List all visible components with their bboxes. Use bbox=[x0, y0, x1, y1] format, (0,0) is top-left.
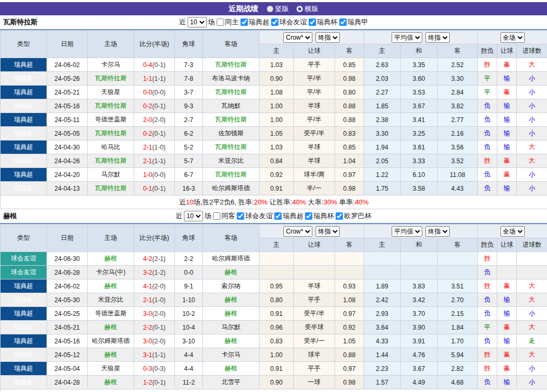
corner-score: 10-2 bbox=[175, 307, 203, 321]
match-date: 24-04-20 bbox=[47, 168, 88, 182]
checkbox-icon[interactable] bbox=[237, 212, 244, 220]
halftime-score: (0-0) bbox=[152, 171, 165, 179]
checkbox-label: 同客 bbox=[221, 211, 235, 221]
euro-stage-select[interactable]: 终指 bbox=[425, 32, 450, 43]
checkbox-icon[interactable] bbox=[217, 18, 224, 26]
match-score: 3-0(2-0) bbox=[134, 307, 175, 321]
sub-column-header: 让球 bbox=[294, 44, 335, 58]
ah-away-odds: 0.98 bbox=[335, 72, 364, 86]
checkbox-label: 欧罗巴杯 bbox=[344, 211, 372, 221]
match-date: 24-04-30 bbox=[47, 141, 88, 154]
same-venue-checkbox[interactable]: 同主 bbox=[217, 17, 239, 27]
ah-line: 受半/一 bbox=[294, 334, 335, 348]
ah-line: 球半/两 bbox=[294, 168, 335, 182]
table-header-row: 类型日期主场比分(半场)角球客场Crow*终指平均值终指全场 bbox=[1, 31, 547, 44]
ah-line: 平手 bbox=[294, 293, 335, 307]
ah-line: 一球 bbox=[294, 376, 335, 389]
ah-home-odds: 1.00 bbox=[259, 348, 294, 362]
checkbox-icon[interactable] bbox=[309, 18, 316, 26]
result-handicap bbox=[497, 266, 517, 279]
league-type-badge: 瑞典超 bbox=[1, 141, 47, 154]
corner-score: 3-10 bbox=[175, 334, 203, 348]
checkbox-icon[interactable] bbox=[336, 212, 343, 220]
bookmaker-select[interactable]: Crow* bbox=[283, 226, 312, 237]
ah-line: 平/半 bbox=[294, 86, 335, 99]
home-team: 瓦斯特拉斯 bbox=[88, 154, 134, 168]
checkbox-icon[interactable] bbox=[339, 18, 347, 26]
checkbox-icon[interactable] bbox=[271, 18, 279, 26]
match-date: 24-05-12 bbox=[47, 348, 88, 362]
league-type-badge: 球会友谊 bbox=[1, 266, 47, 279]
corner-score: 4-4 bbox=[175, 348, 203, 362]
home-team: 赫根 bbox=[88, 348, 134, 362]
ah-line bbox=[294, 266, 335, 279]
eu-home-odds bbox=[364, 252, 401, 266]
match-score: 4-2(2-1) bbox=[134, 252, 175, 266]
column-header: 比分(半场) bbox=[134, 31, 175, 58]
bookmaker-select[interactable]: Crow* bbox=[283, 32, 312, 43]
halftime-score: (1-0) bbox=[152, 144, 165, 151]
euro-stage-select[interactable]: 终指 bbox=[425, 226, 450, 237]
match-count-select[interactable]: 10 bbox=[188, 17, 207, 27]
result-outcome: 负 bbox=[478, 334, 497, 348]
asian-stage-select[interactable]: 终指 bbox=[316, 32, 340, 43]
corner-score: 9-3 bbox=[175, 99, 203, 113]
league-type-badge: 瑞典超 bbox=[1, 279, 47, 293]
league-filter-checkbox[interactable]: 瑞典超 bbox=[274, 211, 303, 221]
match-row: 瑞典超24-05-26瓦斯特拉斯1-1(1-1)7-8布洛马波卡纳0.90平/半… bbox=[1, 72, 547, 86]
league-filter-checkbox[interactable]: 瑞典杯 bbox=[309, 17, 338, 27]
corner-score: 11-2 bbox=[175, 376, 203, 389]
halftime-score: (1-0) bbox=[152, 296, 165, 304]
checkbox-icon[interactable] bbox=[305, 212, 312, 220]
same-venue-checkbox[interactable]: 同客 bbox=[213, 211, 235, 221]
match-row: 瑞典超24-05-05瓦斯特拉斯0-2(0-1)6-2佐加顿斯1.05受平/半0… bbox=[1, 127, 547, 141]
result-outcome: 负 bbox=[478, 99, 497, 113]
result-handicap: 赢 bbox=[497, 279, 517, 293]
ah-line: 平/半 bbox=[294, 72, 335, 86]
match-row: 瑞典超24-04-13瓦斯特拉斯0-1(0-1)16-3哈尔姆斯塔德0.91半/… bbox=[1, 182, 547, 195]
eu-home-odds: 1.85 bbox=[364, 99, 401, 113]
result-outcome: 胜 bbox=[478, 362, 497, 376]
checkbox-icon[interactable] bbox=[274, 212, 282, 220]
league-filter-checkbox[interactable]: 球会友谊 bbox=[237, 211, 273, 221]
home-team: 天狼星 bbox=[88, 362, 134, 376]
result-goals: 大 bbox=[517, 58, 547, 72]
result-outcome: 胜 bbox=[478, 58, 497, 72]
euro-average-select[interactable]: 平均值 bbox=[392, 32, 422, 43]
away-team: 赫根 bbox=[203, 266, 259, 279]
league-filter-checkbox[interactable]: 瑞典超 bbox=[240, 17, 270, 27]
fulltime-score: 2-1 bbox=[143, 157, 152, 165]
league-filter-checkbox[interactable]: 球会友谊 bbox=[271, 17, 307, 27]
league-filter-checkbox[interactable]: 瑞典杯 bbox=[305, 211, 334, 221]
layout-radio-horizontal[interactable]: 横版 bbox=[296, 4, 319, 14]
euro-average-select[interactable]: 平均值 bbox=[392, 226, 422, 237]
league-filter-checkbox[interactable]: 瑞典甲 bbox=[339, 17, 368, 27]
eu-draw-odds: 4.49 bbox=[401, 376, 438, 389]
ah-away-odds: 0.93 bbox=[335, 279, 364, 293]
layout-radio-vertical[interactable]: 竖版 bbox=[267, 4, 289, 14]
ah-home-odds: 0.90 bbox=[259, 376, 294, 389]
scope-select[interactable]: 全场 bbox=[500, 32, 525, 43]
fulltime-score: 3-2 bbox=[143, 269, 152, 276]
ah-line: 平/半 bbox=[294, 113, 335, 127]
ah-home-odds: 0.80 bbox=[259, 293, 294, 307]
match-count-select[interactable]: 10 bbox=[184, 211, 203, 221]
record-summary: 近10场,胜4平1负5, 胜率:40% 让胜率:50% 大率:50% 单率:70… bbox=[1, 389, 547, 392]
league-filter-checkbox[interactable]: 欧罗巴杯 bbox=[336, 211, 372, 221]
eu-home-odds: 3.64 bbox=[364, 321, 401, 334]
ah-home-odds bbox=[259, 266, 294, 279]
checkbox-icon[interactable] bbox=[213, 212, 220, 220]
home-team: 天狼星 bbox=[88, 86, 134, 99]
match-row: 瑞典超24-06-02卡尔马0-4(0-1)7-3瓦斯特拉斯1.03平手0.85… bbox=[1, 58, 547, 72]
corner-score: 2-2 bbox=[175, 252, 203, 266]
checkbox-icon[interactable] bbox=[240, 18, 248, 26]
summary-row: 近10场,胜2平2负6, 胜率:20% 让胜率:40% 大率:30% 单率:40… bbox=[1, 195, 547, 209]
ah-home-odds: 0.91 bbox=[259, 182, 294, 195]
fulltime-score: 0-1 bbox=[143, 185, 152, 192]
sub-column-header: 让球 bbox=[497, 238, 517, 252]
eu-away-odds: 2.70 bbox=[438, 293, 478, 307]
asian-stage-select[interactable]: 终指 bbox=[316, 226, 340, 237]
scope-select[interactable]: 全场 bbox=[500, 226, 525, 237]
near-label: 近 bbox=[179, 17, 186, 27]
result-handicap: 输 bbox=[497, 127, 517, 141]
